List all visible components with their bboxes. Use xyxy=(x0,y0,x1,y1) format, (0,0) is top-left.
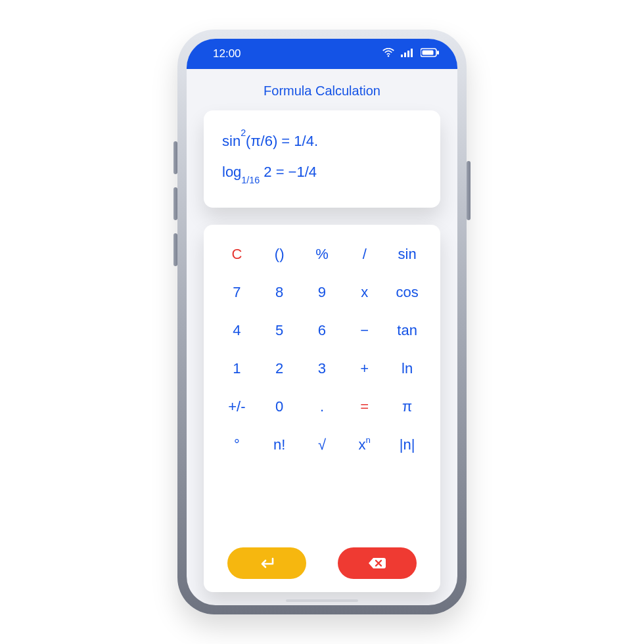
svg-rect-1 xyxy=(401,55,403,57)
tan-key[interactable]: tan xyxy=(386,311,428,350)
key-7[interactable]: 7 xyxy=(216,273,258,311)
plus-key[interactable]: + xyxy=(343,350,386,388)
keypad-panel: C()%/sin789xcos456−tan123+ln+/-0.=π°n!√x… xyxy=(204,225,440,592)
power-button[interactable] xyxy=(467,161,471,220)
percent-key[interactable]: % xyxy=(301,235,344,273)
divide-key[interactable]: / xyxy=(343,235,386,273)
side-button[interactable] xyxy=(173,233,177,266)
key-grid: C()%/sin789xcos456−tan123+ln+/-0.=π°n!√x… xyxy=(216,235,428,545)
formula-line-2: log1/16 2 = −1/4 xyxy=(222,163,422,183)
power-key[interactable]: xn xyxy=(343,426,386,464)
minus-key[interactable]: − xyxy=(343,311,386,350)
decimal-key[interactable]: . xyxy=(301,388,344,426)
paren-key[interactable]: () xyxy=(258,235,301,273)
enter-icon xyxy=(258,557,275,570)
cos-key[interactable]: cos xyxy=(386,273,428,311)
svg-rect-6 xyxy=(423,51,434,55)
ln-key[interactable]: ln xyxy=(386,350,428,388)
status-bar: 12:00 xyxy=(187,39,457,69)
factorial-key[interactable]: n! xyxy=(258,426,301,464)
volume-down-button[interactable] xyxy=(173,187,177,220)
status-time: 12:00 xyxy=(213,47,241,60)
sin-key[interactable]: sin xyxy=(386,235,428,273)
battery-icon xyxy=(421,47,439,60)
home-indicator-area xyxy=(187,592,457,605)
formula-display: sin2(π/6) = 1/4. log1/16 2 = −1/4 xyxy=(204,110,440,208)
backspace-button[interactable] xyxy=(338,547,417,579)
enter-button[interactable] xyxy=(227,547,306,579)
status-icons xyxy=(382,47,439,60)
key-9[interactable]: 9 xyxy=(301,273,344,311)
equals-key[interactable]: = xyxy=(343,388,386,426)
clear-key[interactable]: C xyxy=(216,235,258,273)
degree-key[interactable]: ° xyxy=(216,426,258,464)
key-1[interactable]: 1 xyxy=(216,350,258,388)
wifi-icon xyxy=(382,47,394,60)
phone-frame: 12:00 xyxy=(177,30,467,614)
key-0[interactable]: 0 xyxy=(258,388,301,426)
volume-up-button[interactable] xyxy=(173,141,177,174)
abs-key[interactable]: |n| xyxy=(386,426,428,464)
svg-point-0 xyxy=(388,55,389,57)
multiply-key[interactable]: x xyxy=(343,273,386,311)
sign-key[interactable]: +/- xyxy=(216,388,258,426)
key-2[interactable]: 2 xyxy=(258,350,301,388)
key-8[interactable]: 8 xyxy=(258,273,301,311)
home-indicator[interactable] xyxy=(286,599,358,602)
screen: 12:00 xyxy=(187,39,457,605)
svg-rect-7 xyxy=(437,51,439,55)
pi-key[interactable]: π xyxy=(386,388,428,426)
key-3[interactable]: 3 xyxy=(301,350,344,388)
formula-line-1: sin2(π/6) = 1/4. xyxy=(222,131,422,151)
backspace-icon xyxy=(367,557,387,570)
key-5[interactable]: 5 xyxy=(258,311,301,350)
page-title: Formula Calculation xyxy=(187,69,457,110)
svg-rect-4 xyxy=(411,49,413,57)
svg-rect-3 xyxy=(407,51,409,57)
key-6[interactable]: 6 xyxy=(301,311,344,350)
svg-rect-2 xyxy=(404,53,406,57)
sqrt-key[interactable]: √ xyxy=(301,426,344,464)
signal-icon xyxy=(401,47,414,60)
key-4[interactable]: 4 xyxy=(216,311,258,350)
